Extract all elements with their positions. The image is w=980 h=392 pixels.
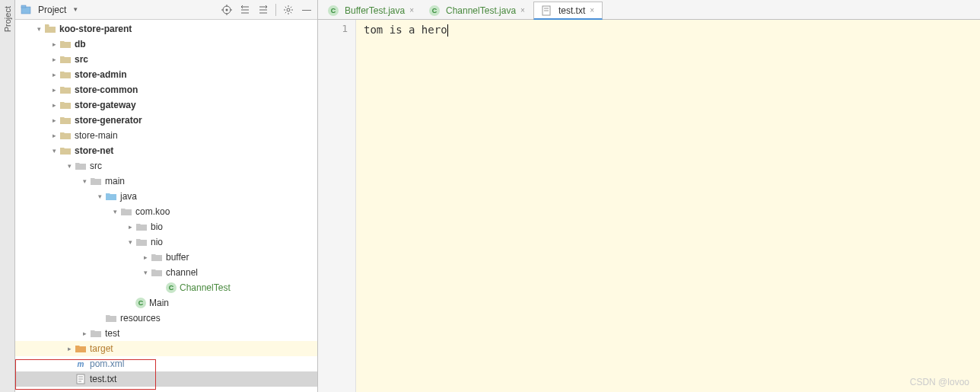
tree-node-src[interactable]: ▸ src <box>15 52 317 67</box>
editor-body: 1 tom is a hero <box>318 20 980 392</box>
chevron-right-icon[interactable]: ▸ <box>49 86 59 94</box>
chevron-right-icon[interactable]: ▸ <box>140 253 151 261</box>
tree-label: store-generator <box>75 115 142 126</box>
panel-header: Project ▼ — <box>15 0 317 20</box>
tree-label: target <box>90 343 113 354</box>
toolbar-separator <box>275 4 276 16</box>
tree-node-channeltest[interactable]: C ChannelTest <box>15 280 317 295</box>
tree-label: Main <box>149 298 169 308</box>
chevron-right-icon[interactable]: ▸ <box>49 56 59 63</box>
tree-node-test[interactable]: ▸ test <box>15 326 317 341</box>
chevron-down-icon: ▼ <box>72 6 78 13</box>
editor-content: tom is a hero <box>364 24 447 36</box>
chevron-right-icon[interactable]: ▸ <box>49 132 59 139</box>
tree-node-channel[interactable]: ▾ channel <box>15 265 317 280</box>
hide-icon[interactable]: — <box>301 4 313 16</box>
chevron-down-icon[interactable]: ▾ <box>49 147 59 155</box>
tree-node-nio[interactable]: ▾ nio <box>15 234 317 250</box>
folder-icon <box>59 53 72 65</box>
chevron-down-icon[interactable]: ▾ <box>125 238 135 246</box>
tree-label: src <box>90 161 102 171</box>
tree-node-store-gateway[interactable]: ▸ store-gateway <box>15 97 317 113</box>
chevron-down-icon[interactable]: ▾ <box>79 177 90 185</box>
tree-label: java <box>120 191 137 202</box>
folder-icon <box>59 114 72 126</box>
close-icon[interactable]: × <box>588 6 596 14</box>
chevron-down-icon[interactable]: ▾ <box>110 208 120 215</box>
chevron-down-icon[interactable]: ▾ <box>94 193 105 200</box>
tree-node-target[interactable]: ▸ target <box>15 341 317 356</box>
editor-tabs: C BufferTest.java × C ChannelTest.java ×… <box>318 0 980 20</box>
folder-icon <box>59 99 72 111</box>
chevron-right-icon[interactable]: ▸ <box>49 71 59 78</box>
chevron-right-icon[interactable]: ▸ <box>79 330 90 337</box>
chevron-right-icon[interactable]: ▸ <box>49 40 59 48</box>
editor-gutter: 1 <box>318 20 356 392</box>
tree-node-pkg[interactable]: ▾ com.koo <box>15 204 317 219</box>
tab-buffertest[interactable]: C BufferTest.java × <box>321 1 422 19</box>
resources-folder-icon <box>105 312 117 324</box>
gear-icon[interactable] <box>282 4 294 16</box>
tree-label: store-gateway <box>75 100 136 110</box>
tree-node-java[interactable]: ▾ java <box>15 189 317 204</box>
folder-icon <box>44 23 56 35</box>
tree-node-main[interactable]: ▾ main <box>15 174 317 189</box>
package-icon <box>135 221 148 233</box>
tree-node-store-main[interactable]: ▸ store-main <box>15 128 317 143</box>
folder-icon <box>75 160 87 172</box>
tree-label: bio <box>151 221 163 232</box>
java-class-icon: C <box>429 5 440 16</box>
svg-rect-0 <box>21 7 30 14</box>
tree-node-src2[interactable]: ▾ src <box>15 158 317 174</box>
tree-label: ChannelTest <box>180 282 231 293</box>
editor-area: C BufferTest.java × C ChannelTest.java ×… <box>318 0 980 392</box>
tree-node-resources[interactable]: resources <box>15 311 317 326</box>
tree-label: store-net <box>75 145 113 156</box>
package-icon <box>151 251 163 263</box>
chevron-right-icon[interactable]: ▸ <box>125 223 135 231</box>
tab-testtxt[interactable]: test.txt × <box>533 2 603 20</box>
chevron-right-icon[interactable]: ▸ <box>49 101 59 109</box>
tree-label: koo-store-parent <box>59 24 132 34</box>
panel-title-text: Project <box>38 5 66 15</box>
close-icon[interactable]: × <box>408 6 415 14</box>
chevron-right-icon[interactable]: ▸ <box>49 116 59 124</box>
tree-node-store-generator[interactable]: ▸ store-generator <box>15 113 317 128</box>
locate-icon[interactable] <box>221 4 233 16</box>
tree-node-db[interactable]: ▸ db <box>15 37 317 52</box>
tree-node-root[interactable]: ▾ koo-store-parent <box>15 21 317 37</box>
panel-title-dropdown[interactable]: Project ▼ <box>20 4 221 16</box>
package-icon <box>135 236 148 248</box>
tree-node-mainclass[interactable]: C Main <box>15 295 317 311</box>
folder-icon <box>59 69 72 81</box>
side-tab-project[interactable]: Project <box>0 0 15 392</box>
watermark: CSDN @lovoo <box>910 377 969 387</box>
chevron-down-icon[interactable]: ▾ <box>64 162 75 170</box>
target-folder-icon <box>75 343 87 355</box>
code-area[interactable]: tom is a hero <box>356 20 980 392</box>
text-cursor <box>447 24 448 37</box>
close-icon[interactable]: × <box>519 6 527 14</box>
tree-label: nio <box>151 237 163 247</box>
tree-node-store-admin[interactable]: ▸ store-admin <box>15 67 317 82</box>
expand-all-icon[interactable] <box>239 4 251 16</box>
chevron-down-icon[interactable]: ▾ <box>33 25 44 33</box>
project-panel: Project ▼ — <box>15 0 318 392</box>
collapse-all-icon[interactable] <box>257 4 269 16</box>
java-class-icon: C <box>135 298 146 308</box>
tree-label: channel <box>166 267 198 278</box>
chevron-right-icon[interactable]: ▸ <box>64 345 75 352</box>
tree-label: test <box>105 328 119 339</box>
svg-rect-1 <box>21 5 26 8</box>
tree-node-bio[interactable]: ▸ bio <box>15 219 317 234</box>
tree-node-store-net[interactable]: ▾ store-net <box>15 143 317 158</box>
tree-node-buffer[interactable]: ▸ buffer <box>15 250 317 265</box>
tree-node-store-common[interactable]: ▸ store-common <box>15 82 317 97</box>
tab-label: BufferTest.java <box>345 5 405 16</box>
tree-label: store-main <box>75 130 118 141</box>
chevron-down-icon[interactable]: ▾ <box>140 269 151 276</box>
tree-label: buffer <box>166 252 189 263</box>
folder-icon <box>59 145 72 157</box>
project-icon <box>20 4 32 16</box>
tab-channeltest[interactable]: C ChannelTest.java × <box>422 1 533 19</box>
